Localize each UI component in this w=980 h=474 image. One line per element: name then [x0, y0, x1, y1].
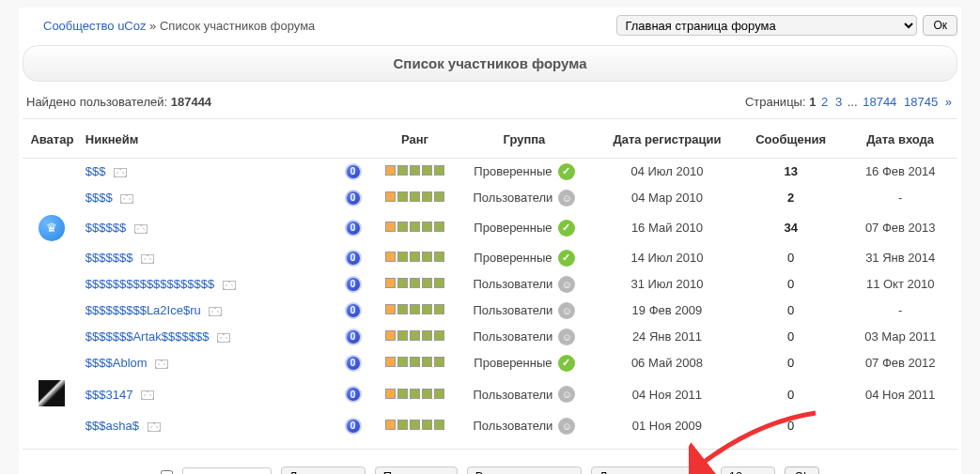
pager-link[interactable]: 3 — [835, 95, 842, 109]
group-status-icon: ☺ — [558, 329, 575, 345]
group-label: Пользователи — [474, 303, 553, 317]
rank-bar — [385, 330, 444, 341]
filter-search-input[interactable] — [182, 467, 272, 475]
filter-checkbox[interactable] — [161, 470, 173, 474]
group-label: Пользователи — [474, 419, 553, 433]
rank-badge-icon: 0 — [345, 329, 362, 345]
group-status-icon: ☺ — [558, 418, 575, 435]
group-status-icon: ☺ — [558, 276, 575, 293]
mail-icon[interactable] — [155, 359, 168, 369]
rank-bar — [385, 357, 444, 367]
mail-icon[interactable] — [141, 390, 154, 400]
mail-icon[interactable] — [209, 307, 222, 316]
user-link[interactable]: $$$$$$$$$$$$$$$$$$$ — [86, 277, 214, 291]
page-title: Список участников форума — [23, 45, 957, 82]
found-users: Найдено пользователей: 187444 — [26, 95, 211, 109]
post-count: 0 — [739, 245, 843, 271]
user-link[interactable]: $$$ — [86, 164, 106, 178]
pager-link[interactable]: 2 — [821, 95, 828, 109]
reg-date: 04 Ноя 2011 — [596, 376, 739, 413]
group-label: Проверенные — [474, 251, 552, 265]
pager-link[interactable]: 18744 — [863, 95, 896, 109]
pager-next[interactable]: » — [945, 95, 952, 109]
rank-badge-icon: 0 — [345, 302, 362, 319]
post-count: 34 — [739, 211, 843, 245]
post-count: 0 — [739, 271, 843, 298]
user-link[interactable]: $$$$$$$$$La2Ice$ru — [86, 303, 201, 317]
last-login: 07 Фев 2012 — [843, 350, 957, 376]
reg-date: 14 Июл 2010 — [596, 245, 739, 271]
table-row: $$$asha$ 0Пользователи☺01 Ноя 20090 — [23, 413, 957, 439]
group-status-icon: ✓ — [558, 220, 575, 237]
user-link[interactable]: $$$asha$ — [86, 419, 139, 433]
mail-icon[interactable] — [120, 194, 133, 204]
rank-bar — [385, 252, 444, 262]
reg-date: 19 Фев 2009 — [596, 298, 739, 324]
reg-date: 16 Май 2010 — [596, 211, 739, 245]
mail-icon[interactable] — [217, 333, 230, 343]
reg-date: 06 Май 2008 — [596, 350, 739, 376]
rank-bar — [385, 304, 444, 314]
post-count: 13 — [739, 159, 843, 185]
group-label: Пользователи — [474, 191, 553, 205]
col-group: Группа — [453, 123, 596, 159]
filter-perpage-select[interactable]: 10 — [721, 466, 775, 475]
table-row: $$$$$$$ 0Проверенные✓14 Июл 2010031 Янв … — [23, 245, 957, 271]
filter-ok-button[interactable]: Ok — [785, 466, 819, 475]
reg-date: 04 Июл 2010 — [596, 159, 739, 185]
last-login: 07 Фев 2013 — [843, 211, 957, 245]
last-login: - — [843, 298, 957, 324]
mail-icon[interactable] — [114, 168, 127, 177]
col-login: Дата входа — [843, 123, 957, 159]
post-count: 2 — [739, 185, 843, 211]
table-row: $$$3147 0Пользователи☺04 Ноя 2011004 Ноя… — [23, 376, 957, 413]
group-label: Пользователи — [474, 329, 553, 344]
rank-badge-icon: 0 — [345, 276, 362, 293]
rank-badge-icon: 0 — [345, 355, 362, 372]
last-login: 03 Мар 2011 — [843, 324, 957, 350]
table-row: ♛$$$$$$ 0Проверенные✓16 Май 20103407 Фев… — [23, 211, 957, 245]
group-label: Проверенные — [474, 356, 552, 370]
group-status-icon: ✓ — [558, 355, 575, 372]
post-count: 0 — [739, 324, 843, 350]
rank-bar — [385, 222, 444, 232]
user-link[interactable]: $$$$ — [86, 191, 113, 205]
user-link[interactable]: $$$3147 — [86, 388, 133, 402]
col-rank: Ранг — [377, 123, 453, 159]
rank-badge-icon: 0 — [345, 386, 362, 403]
filter-group-select[interactable]: Все группы — [467, 466, 582, 475]
reg-date: 04 Мар 2010 — [596, 185, 739, 211]
rank-bar — [385, 191, 444, 202]
filter-gender-select[interactable]: Пол — [375, 466, 458, 475]
group-status-icon: ☺ — [558, 386, 575, 403]
col-posts: Сообщения — [739, 123, 843, 159]
forum-nav-select[interactable]: Главная страница форума — [616, 15, 917, 36]
table-row: $$$$$$$$$La2Ice$ru 0Пользователи☺19 Фев … — [23, 298, 957, 324]
user-link[interactable]: $$$$$$$ — [86, 251, 133, 265]
filter-bar: Логин Пол Все группы Логин 10 Ok — [23, 449, 957, 475]
rank-badge-icon: 0 — [345, 250, 362, 267]
mail-icon[interactable] — [148, 422, 161, 432]
group-status-icon: ✓ — [558, 163, 575, 180]
user-link[interactable]: $$$$Ablom — [86, 356, 148, 370]
mail-icon[interactable] — [223, 281, 236, 290]
user-link[interactable]: $$$$$$ — [86, 221, 126, 235]
last-login: - — [843, 185, 957, 211]
user-link[interactable]: $$$$$$$Artak$$$$$$$ — [86, 329, 210, 344]
rank-badge-icon: 0 — [345, 163, 362, 180]
breadcrumb: Сообщество uCoz » Список участников фору… — [43, 19, 315, 33]
filter-login-select[interactable]: Логин — [281, 466, 366, 475]
table-row: $$$$$$$Artak$$$$$$$ 0Пользователи☺24 Янв… — [23, 324, 957, 350]
top-ok-button[interactable]: Ок — [923, 15, 957, 36]
rank-badge-icon: 0 — [345, 190, 362, 206]
mail-icon[interactable] — [141, 254, 154, 264]
breadcrumb-community-link[interactable]: Сообщество uCoz — [43, 19, 146, 33]
last-login — [843, 413, 957, 439]
pager-link[interactable]: 18745 — [904, 95, 938, 109]
post-count: 0 — [739, 413, 843, 439]
rank-badge-icon: 0 — [345, 418, 362, 435]
filter-sort-select[interactable]: Логин — [591, 466, 711, 475]
reg-date: 01 Ноя 2009 — [596, 413, 739, 439]
table-row: $$$$$$$$$$$$$$$$$$$ 0Пользователи☺31 Июл… — [23, 271, 957, 298]
mail-icon[interactable] — [134, 224, 148, 234]
